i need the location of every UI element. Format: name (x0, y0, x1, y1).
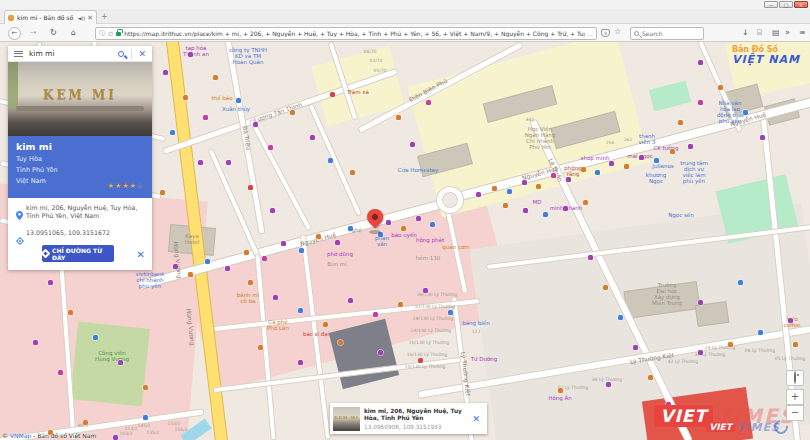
clear-search-icon[interactable]: ✕ (138, 49, 146, 59)
poi-icon[interactable] (198, 160, 203, 165)
poi-icon[interactable] (330, 92, 335, 97)
zoom-in-button[interactable]: + (786, 389, 804, 405)
browser-search-input[interactable] (642, 30, 700, 37)
poi-icon[interactable] (163, 70, 168, 75)
poi-icon[interactable] (698, 60, 703, 65)
poi-icon[interactable] (290, 110, 295, 115)
poi-icon[interactable] (609, 161, 614, 166)
poi-icon[interactable] (401, 226, 406, 231)
poi-icon[interactable] (788, 318, 793, 323)
poi-icon[interactable] (258, 345, 263, 350)
poi-icon[interactable] (298, 360, 303, 365)
poi-icon[interactable] (523, 208, 528, 213)
poi-icon[interactable] (188, 272, 193, 277)
poi-icon[interactable] (396, 115, 401, 120)
library-icon[interactable]: ⌸ (757, 28, 762, 38)
poi-icon[interactable] (633, 345, 638, 350)
poi-icon[interactable] (698, 100, 703, 105)
permissions-icon[interactable]: ∅ (108, 30, 113, 37)
poi-icon[interactable] (430, 222, 435, 227)
poi-icon[interactable] (378, 350, 383, 355)
poi-icon[interactable] (268, 145, 273, 150)
poi-icon[interactable] (160, 190, 165, 195)
poi-icon[interactable] (348, 298, 353, 303)
poi-icon[interactable] (213, 75, 218, 80)
poi-icon[interactable] (492, 186, 497, 191)
poi-icon[interactable] (248, 280, 253, 285)
close-window-button[interactable]: × (794, 1, 808, 8)
poi-icon[interactable] (68, 310, 73, 315)
back-button[interactable]: ← (8, 27, 21, 40)
poi-icon[interactable] (205, 259, 210, 264)
poi-icon[interactable] (173, 264, 178, 269)
poi-icon[interactable] (648, 375, 653, 380)
poi-icon[interactable] (595, 170, 600, 175)
popup-close-icon[interactable]: ✕ (472, 414, 480, 424)
poi-icon[interactable] (698, 350, 703, 355)
tab-close-icon[interactable]: ✕ (87, 14, 93, 22)
poi-icon[interactable] (416, 216, 421, 221)
hamburger-menu-icon[interactable]: ≡ (799, 28, 806, 37)
place-photo[interactable]: KEM MI (8, 62, 152, 136)
sidebar-icon[interactable]: ▤ (772, 28, 780, 37)
poi-icon[interactable] (670, 149, 675, 154)
poi-icon[interactable] (262, 256, 267, 261)
poi-icon[interactable] (566, 177, 571, 182)
map-search-box[interactable]: kim mi ✕ (8, 46, 152, 62)
url-text[interactable]: https://map.itrithuc.vn/place/kim + mi, … (124, 30, 585, 37)
minimize-button[interactable]: — (764, 1, 778, 8)
poi-icon[interactable] (698, 300, 703, 305)
poi-icon[interactable] (398, 302, 403, 307)
pocket-icon[interactable]: ∨ (601, 29, 610, 37)
poi-icon[interactable] (688, 144, 693, 149)
poi-icon[interactable] (183, 95, 188, 100)
rating-stars[interactable]: ★★★★☆ (108, 182, 144, 190)
poi-icon[interactable] (418, 358, 423, 363)
popup-thumbnail[interactable]: KEM MI (333, 407, 360, 431)
poi-icon[interactable] (386, 220, 391, 225)
poi-icon[interactable] (606, 382, 611, 387)
poi-icon[interactable] (236, 98, 241, 103)
poi-icon[interactable] (426, 100, 431, 105)
poi-icon[interactable] (143, 385, 148, 390)
poi-icon[interactable] (536, 184, 541, 189)
hamburger-icon[interactable] (14, 49, 23, 58)
poi-icon[interactable] (639, 155, 644, 160)
poi-icon[interactable] (563, 206, 568, 211)
panel-close-icon[interactable]: ✕ (137, 249, 145, 260)
poi-icon[interactable] (113, 435, 118, 440)
poi-icon[interactable] (551, 173, 556, 178)
poi-icon[interactable] (448, 310, 453, 315)
downloads-icon[interactable]: ↓ (742, 28, 749, 37)
poi-icon[interactable] (188, 52, 193, 57)
map-search-input[interactable]: kim mi (29, 49, 118, 58)
poi-icon[interactable] (718, 85, 723, 90)
poi-icon[interactable] (323, 322, 328, 327)
poi-icon[interactable] (476, 192, 481, 197)
poi-icon[interactable] (522, 180, 527, 185)
attribution-link[interactable]: VNMap (10, 432, 31, 439)
poi-icon[interactable] (654, 158, 659, 163)
poi-icon[interactable] (33, 340, 38, 345)
poi-icon[interactable] (738, 280, 743, 285)
poi-icon[interactable] (558, 388, 563, 393)
overflow-icon[interactable]: » (785, 28, 790, 37)
poi-icon[interactable] (588, 255, 593, 260)
poi-icon[interactable] (503, 203, 508, 208)
poi-icon[interactable] (248, 185, 253, 190)
reload-button[interactable]: ↻ (50, 27, 57, 39)
poi-icon[interactable] (281, 241, 286, 246)
poi-icon[interactable] (328, 158, 333, 163)
poi-icon[interactable] (83, 420, 88, 425)
poi-icon[interactable] (603, 285, 608, 290)
tab-audio-icon[interactable]: ◄)) (77, 15, 85, 21)
poi-icon[interactable] (58, 370, 63, 375)
poi-icon[interactable] (678, 120, 683, 125)
poi-icon[interactable] (203, 115, 208, 120)
poi-icon[interactable] (118, 360, 123, 365)
new-tab-button[interactable]: + (101, 13, 108, 21)
poi-icon[interactable] (423, 288, 428, 293)
site-info-icon[interactable]: ⓘ (99, 29, 105, 38)
poi-icon[interactable] (410, 142, 415, 147)
poi-icon[interactable] (348, 226, 353, 231)
